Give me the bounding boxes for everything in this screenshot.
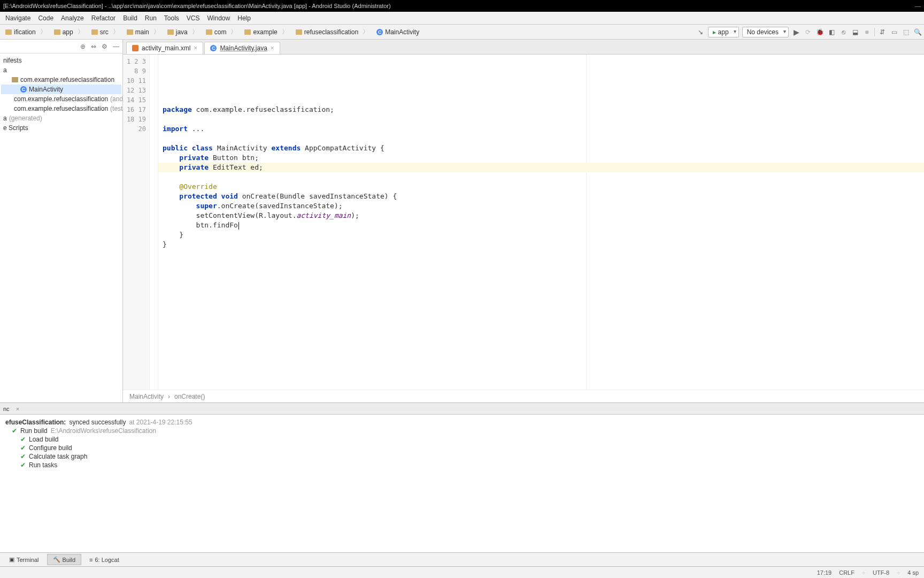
tree-node[interactable]: nifests	[1, 56, 121, 65]
device-dropdown[interactable]: No devices	[742, 27, 789, 37]
code[interactable]: package com.example.refuseclassification…	[158, 55, 924, 390]
apply-changes-icon[interactable]: ⟳	[804, 28, 812, 36]
line-ending[interactable]: CRLF	[839, 569, 854, 576]
check-icon: ✔	[20, 436, 26, 443]
sync-icon[interactable]: ⇵	[878, 28, 887, 36]
code-area[interactable]: 1 2 3 8 9 10 11 12 13 14 15 16 17 18 19 …	[123, 55, 924, 390]
toolwindow-icon: 🔨	[53, 556, 60, 563]
toolwindow-logcat[interactable]: ≡6: Logcat	[83, 554, 125, 565]
stop-icon[interactable]: ■	[863, 28, 871, 36]
folder-icon	[206, 29, 212, 35]
menu-run[interactable]: Run	[142, 13, 160, 23]
gear-icon[interactable]: ⚙	[102, 43, 107, 50]
check-icon: ✔	[20, 453, 26, 460]
build-panel-tabs: nc ×	[0, 403, 924, 415]
run-config-dropdown[interactable]: ▸ app	[708, 27, 738, 37]
close-icon[interactable]: ×	[16, 406, 19, 412]
menu-window[interactable]: Window	[204, 13, 234, 23]
toolwindow-icon: ≡	[89, 557, 93, 563]
tab-close-icon[interactable]: ×	[271, 44, 274, 52]
breadcrumb-example[interactable]: example	[241, 26, 292, 37]
project-toolbar: ⊕ ⇔ ⚙ —	[0, 40, 122, 54]
hide-icon[interactable]: —	[113, 43, 119, 50]
breadcrumb-main[interactable]: main	[124, 26, 164, 37]
menu-vcs[interactable]: VCS	[183, 13, 203, 23]
build-output[interactable]: efuseClassification: synced successfully…	[0, 415, 924, 552]
tree-node[interactable]: com.example.refuseclassification	[1, 75, 121, 85]
xml-icon	[132, 45, 138, 51]
folder-icon	[91, 29, 98, 35]
project-tree[interactable]: nifestsacom.example.refuseclassification…	[0, 54, 122, 135]
nav-toolbar: ificationappsrcmainjavacomexamplerefusec…	[0, 25, 924, 40]
breadcrumb-com[interactable]: com	[203, 26, 242, 37]
breadcrumb-java[interactable]: java	[164, 26, 203, 37]
build-panel: nc × efuseClassification: synced success…	[0, 402, 924, 552]
tree-node[interactable]: com.example.refuseclassification (androi…	[1, 94, 121, 104]
check-icon: ✔	[20, 444, 26, 452]
breadcrumb-MainActivity[interactable]: CMainActivity	[373, 27, 428, 37]
menu-analyze[interactable]: Analyze	[58, 13, 87, 23]
tab-close-icon[interactable]: ×	[194, 44, 197, 52]
check-icon: ✔	[12, 427, 17, 435]
avd-icon[interactable]: ▭	[890, 28, 898, 36]
menu-build[interactable]: Build	[120, 13, 141, 23]
indent[interactable]: 4 sp	[907, 569, 919, 576]
attach-icon[interactable]: ⎋	[839, 28, 848, 36]
encoding[interactable]: UTF-8	[873, 569, 889, 576]
fold-column[interactable]	[150, 55, 158, 390]
package-icon	[12, 77, 18, 82]
menu-tools[interactable]: Tools	[161, 13, 182, 23]
menu-bar: NavigateCodeAnalyzeRefactorBuildRunTools…	[0, 12, 924, 25]
editor: activity_main.xml×CMainActivity.java× 1 …	[123, 40, 924, 402]
debug-icon[interactable]: 🐞	[815, 28, 824, 36]
tree-node[interactable]: a (generated)	[1, 113, 121, 123]
folder-icon	[244, 29, 251, 35]
tree-node[interactable]: com.example.refuseclassification (test)	[1, 104, 121, 113]
folder-icon	[167, 29, 174, 35]
profile-icon[interactable]: ◧	[827, 28, 836, 36]
back-icon[interactable]: ↘	[696, 28, 705, 36]
target-icon[interactable]: ⊕	[80, 43, 86, 50]
tree-node[interactable]: e Scripts	[1, 123, 121, 133]
menu-navigate[interactable]: Navigate	[2, 13, 34, 23]
app-title: [E:\AndroidWorks\refuseClassification] -…	[3, 3, 391, 9]
folder-icon	[54, 29, 60, 35]
main-split: ⊕ ⇔ ⚙ — nifestsacom.example.refuseclassi…	[0, 40, 924, 402]
folder-icon	[127, 29, 133, 35]
sdk-icon[interactable]: ⬚	[902, 28, 910, 36]
collapse-icon[interactable]: ⇔	[91, 43, 96, 50]
editor-tab[interactable]: activity_main.xml×	[126, 42, 203, 54]
toolwindow-build[interactable]: 🔨Build	[47, 554, 81, 565]
run-icon[interactable]: ▶	[792, 28, 800, 36]
toolwindow-icon: ▣	[9, 556, 14, 563]
menu-code[interactable]: Code	[35, 13, 57, 23]
text-caret	[238, 222, 239, 230]
tree-node[interactable]: a	[1, 65, 121, 75]
folder-icon	[5, 29, 12, 35]
breadcrumb-app[interactable]: app	[51, 26, 88, 37]
class-icon: C	[376, 29, 383, 35]
coverage-icon[interactable]: ⬓	[851, 28, 859, 36]
editor-tabs: activity_main.xml×CMainActivity.java×	[123, 40, 924, 55]
project-pane: ⊕ ⇔ ⚙ — nifestsacom.example.refuseclassi…	[0, 40, 123, 402]
breadcrumb-refuseclassification[interactable]: refuseclassification	[292, 26, 373, 37]
status-bar: 17:19 CRLF ÷ UTF-8 ÷ 4 sp	[0, 566, 924, 578]
title-bar: [E:\AndroidWorks\refuseClassification] -…	[0, 0, 924, 12]
minimize-icon[interactable]: —	[915, 3, 921, 9]
class-icon: C	[20, 86, 27, 93]
check-icon: ✔	[20, 461, 26, 469]
menu-help[interactable]: Help	[234, 13, 254, 23]
build-tab[interactable]: nc	[3, 406, 10, 412]
editor-tab[interactable]: CMainActivity.java×	[204, 42, 280, 54]
menu-refactor[interactable]: Refactor	[88, 13, 119, 23]
folder-icon	[296, 29, 302, 35]
editor-breadcrumb[interactable]: MainActivity›onCreate()	[123, 390, 924, 402]
breadcrumb-ification[interactable]: ification	[2, 26, 51, 37]
caret-position[interactable]: 17:19	[817, 569, 832, 576]
toolwindow-terminal[interactable]: ▣Terminal	[3, 554, 45, 565]
tree-node[interactable]: CMainActivity	[1, 85, 121, 94]
bottom-tool-bar: ▣Terminal🔨Build≡6: Logcat	[0, 552, 924, 566]
search-icon[interactable]: 🔍	[913, 28, 922, 36]
gutter: 1 2 3 8 9 10 11 12 13 14 15 16 17 18 19 …	[123, 55, 150, 390]
breadcrumb-src[interactable]: src	[88, 26, 124, 37]
